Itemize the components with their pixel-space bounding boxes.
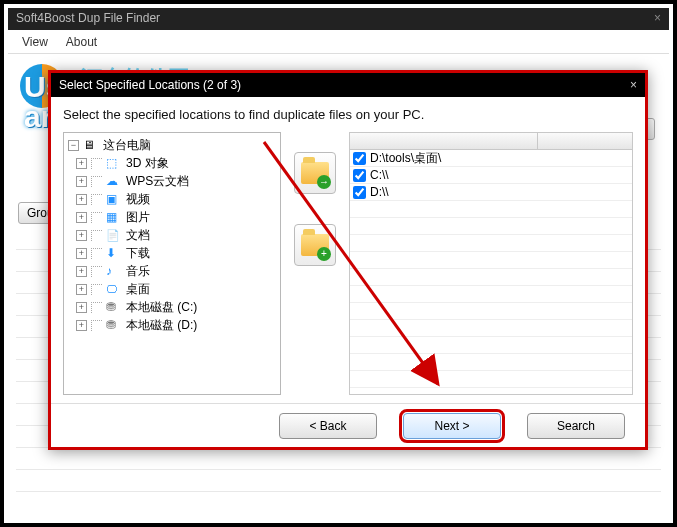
back-button[interactable]: < Back [279, 413, 377, 439]
tree-root[interactable]: 这台电脑 [68, 136, 278, 154]
dialog-close-icon[interactable]: × [630, 78, 637, 92]
location-checkbox[interactable] [353, 152, 366, 165]
location-path: C:\\ [370, 168, 389, 182]
location-checkbox[interactable] [353, 169, 366, 182]
expand-icon[interactable] [68, 140, 79, 151]
dialog-title: Select Specified Locations (2 of 3) [59, 78, 241, 92]
tree-item[interactable]: WPS云文档 [76, 172, 278, 190]
search-button[interactable]: Search [527, 413, 625, 439]
tree-item[interactable]: 文档 [76, 226, 278, 244]
expand-icon[interactable] [76, 230, 87, 241]
menu-about[interactable]: About [60, 33, 103, 50]
tree-item[interactable]: 本地磁盘 (D:) [76, 316, 278, 334]
expand-icon[interactable] [76, 176, 87, 187]
expand-icon[interactable] [76, 284, 87, 295]
pc-icon [83, 138, 99, 152]
add-location-button[interactable] [294, 152, 336, 194]
expand-icon[interactable] [76, 248, 87, 259]
tree-item[interactable]: 音乐 [76, 262, 278, 280]
location-row[interactable]: C:\\ [350, 167, 632, 184]
desk-icon [106, 282, 122, 296]
window-close-icon[interactable]: × [654, 11, 661, 27]
expand-icon[interactable] [76, 158, 87, 169]
dl-icon [106, 246, 122, 260]
expand-icon[interactable] [76, 212, 87, 223]
app-title: Soft4Boost Dup File Finder [16, 11, 160, 27]
menu-view[interactable]: View [16, 33, 54, 50]
tree-item[interactable]: 图片 [76, 208, 278, 226]
plus-badge-icon [317, 247, 331, 261]
locations-list[interactable]: D:\tools\桌面\C:\\D:\\ [349, 150, 633, 395]
location-checkbox[interactable] [353, 186, 366, 199]
cube-icon [106, 156, 122, 170]
video-icon [106, 192, 122, 206]
tree-item[interactable]: 桌面 [76, 280, 278, 298]
expand-icon[interactable] [76, 194, 87, 205]
new-location-button[interactable] [294, 224, 336, 266]
locations-dialog: Select Specified Locations (2 of 3) × Se… [48, 70, 648, 450]
dialog-instruction: Select the specified locations to find d… [51, 97, 645, 128]
music-icon [106, 264, 122, 278]
tree-item[interactable]: 下载 [76, 244, 278, 262]
location-path: D:\\ [370, 185, 389, 199]
folder-tree[interactable]: 这台电脑 3D 对象WPS云文档视频图片文档下载音乐桌面本地磁盘 (C:)本地磁… [63, 132, 281, 395]
doc-icon [106, 228, 122, 242]
location-row[interactable]: D:\\ [350, 184, 632, 201]
location-path: D:\tools\桌面\ [370, 150, 441, 167]
tree-item[interactable]: 视频 [76, 190, 278, 208]
location-row[interactable]: D:\tools\桌面\ [350, 150, 632, 167]
expand-icon[interactable] [76, 302, 87, 313]
tree-item[interactable]: 本地磁盘 (C:) [76, 298, 278, 316]
cloud-icon [106, 174, 122, 188]
expand-icon[interactable] [76, 320, 87, 331]
arrow-badge-icon [317, 175, 331, 189]
disk-icon [106, 318, 122, 332]
pic-icon [106, 210, 122, 224]
locations-header [349, 132, 633, 150]
menubar: View About [8, 30, 669, 54]
next-button[interactable]: Next > [403, 413, 501, 439]
tree-item[interactable]: 3D 对象 [76, 154, 278, 172]
expand-icon[interactable] [76, 266, 87, 277]
disk-icon [106, 300, 122, 314]
